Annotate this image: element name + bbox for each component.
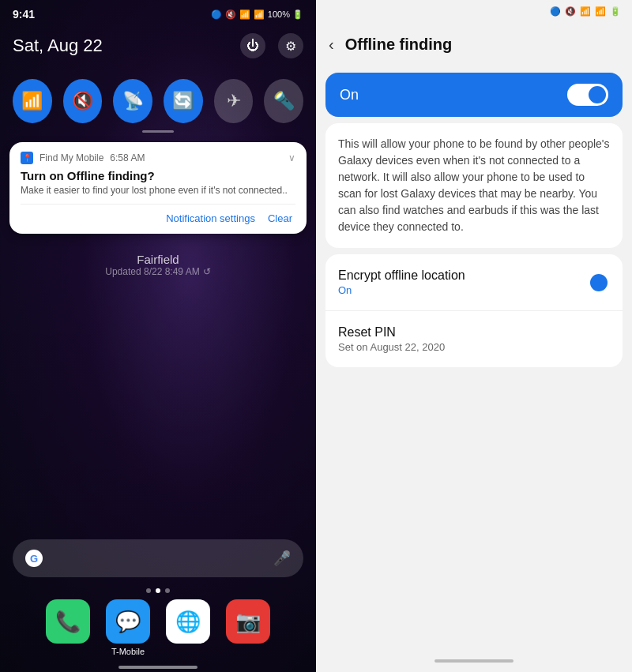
- date-icons[interactable]: ⏻ ⚙: [240, 33, 303, 58]
- signal-icon: 📶: [254, 9, 265, 20]
- toggle-knob: [589, 86, 606, 103]
- settings-button[interactable]: ⚙: [278, 33, 303, 58]
- notif-settings-button[interactable]: Notification settings: [163, 211, 258, 226]
- notif-clear-button[interactable]: Clear: [265, 211, 295, 226]
- reset-pin-row[interactable]: Reset PIN Set on August 22, 2020: [325, 310, 623, 367]
- flashlight-toggle[interactable]: 🔦: [264, 79, 303, 123]
- wifi-icon2: 📶: [580, 6, 591, 17]
- drag-handle: [142, 130, 174, 133]
- date-row: Sat, Aug 22 ⏻ ⚙: [0, 28, 316, 63]
- dock-camera[interactable]: 📷: [226, 599, 270, 656]
- google-icon: G: [25, 550, 43, 567]
- quick-toggles: 📶 🔇 📡 🔄 ✈ 🔦: [0, 79, 316, 123]
- encrypt-sub: On: [338, 284, 465, 296]
- encrypt-row-left: Encrypt offline location On: [338, 268, 465, 296]
- microphone-icon[interactable]: 🎤: [273, 550, 291, 567]
- weather-widget: Fairfield Updated 8/22 8:49 AM ↺: [0, 253, 316, 277]
- notif-body: Make it easier to find your lost phone e…: [21, 185, 295, 196]
- mute-toggle[interactable]: 🔇: [63, 79, 103, 123]
- dock-chrome[interactable]: 🌐: [166, 599, 210, 656]
- nav-dot-3: [165, 588, 170, 593]
- status-bar-left: 9:41 🔵 🔇 📶 📶 100% 🔋: [0, 0, 316, 28]
- encrypt-toggle[interactable]: [569, 272, 610, 294]
- nav-dots: [146, 588, 170, 593]
- search-bar[interactable]: G 🎤: [13, 539, 303, 577]
- power-button[interactable]: ⏻: [240, 33, 265, 58]
- chrome-icon: 🌐: [166, 599, 210, 644]
- nav-dot-2: [156, 588, 160, 593]
- notif-header-left: 📍 Find My Mobile 6:58 AM: [21, 152, 145, 164]
- description-text: This will allow your phone to be found b…: [338, 136, 610, 235]
- phone-icon: 📞: [46, 599, 90, 644]
- reset-pin-left: Reset PIN Set on August 22, 2020: [338, 325, 445, 353]
- encrypt-title: Encrypt offline location: [338, 268, 465, 283]
- messages-icon: 💬: [106, 599, 150, 644]
- status-bar-right: 🔵 🔇 📶 📶 🔋: [316, 0, 632, 22]
- notif-title: Turn on Offline finding?: [21, 169, 295, 182]
- wifi-toggle[interactable]: 📶: [13, 79, 52, 123]
- page-title: Offline finding: [345, 36, 453, 54]
- settings-card: Encrypt offline location On Reset PIN Se…: [325, 254, 623, 367]
- reset-pin-sub: Set on August 22, 2020: [338, 341, 445, 353]
- handle-bar: [434, 659, 514, 663]
- bottom-nav-bar: [118, 666, 198, 669]
- main-toggle-switch[interactable]: [567, 84, 608, 106]
- right-header: ‹ Offline finding: [316, 22, 632, 66]
- notif-time: 6:58 AM: [110, 152, 145, 163]
- nav-dot-1: [146, 588, 151, 593]
- main-toggle-card[interactable]: On: [325, 73, 623, 117]
- bottom-handle: [316, 659, 632, 672]
- dock-messages[interactable]: 💬 T-Mobile: [106, 599, 150, 656]
- reset-pin-title: Reset PIN: [338, 325, 445, 340]
- weather-updated: Updated 8/22 8:49 AM ↺: [0, 266, 316, 277]
- encrypt-toggle-knob: [590, 274, 608, 291]
- back-button[interactable]: ‹: [329, 36, 334, 54]
- signal-icon2: 📶: [595, 6, 606, 17]
- notif-header: 📍 Find My Mobile 6:58 AM ∨: [21, 152, 295, 164]
- main-toggle-label: On: [340, 87, 359, 103]
- battery-icon: 100% 🔋: [268, 9, 303, 20]
- status-icons-right: 🔵 🔇 📶 📶 🔋: [550, 6, 621, 17]
- dock-label: T-Mobile: [111, 647, 145, 656]
- status-time: 9:41: [13, 8, 35, 21]
- dock-phone[interactable]: 📞: [46, 599, 90, 656]
- status-icons-left: 🔵 🔇 📶 📶 100% 🔋: [211, 9, 303, 20]
- refresh-icon[interactable]: ↺: [203, 266, 211, 277]
- notif-app-name: Find My Mobile: [40, 152, 103, 163]
- mute-icon: 🔇: [565, 6, 576, 17]
- notification-card: 📍 Find My Mobile 6:58 AM ∨ Turn on Offli…: [9, 142, 307, 234]
- notif-actions: Notification settings Clear: [21, 204, 295, 226]
- date-text: Sat, Aug 22: [13, 36, 103, 56]
- bluetooth-toggle[interactable]: 📡: [113, 79, 152, 123]
- wifi-icon: 📶: [239, 9, 250, 20]
- bottom-dock: 📞 💬 T-Mobile 🌐 📷: [0, 599, 316, 656]
- bt-icon: 🔵: [550, 6, 561, 17]
- camera-icon: 📷: [226, 599, 270, 644]
- right-panel: 🔵 🔇 📶 📶 🔋 ‹ Offline finding On This will…: [316, 0, 632, 672]
- airplane-toggle[interactable]: ✈: [214, 79, 254, 123]
- left-panel: 9:41 🔵 🔇 📶 📶 100% 🔋 Sat, Aug 22 ⏻ ⚙ 📶 🔇 …: [0, 0, 316, 672]
- notif-chevron-icon[interactable]: ∨: [288, 152, 295, 163]
- mute-icon: 🔇: [225, 9, 236, 20]
- battery-icon2: 🔋: [610, 6, 621, 17]
- encrypt-row[interactable]: Encrypt offline location On: [325, 254, 623, 310]
- description-card: This will allow your phone to be found b…: [325, 123, 623, 248]
- notif-app-icon: 📍: [21, 152, 33, 164]
- bluetooth-icon: 🔵: [211, 9, 222, 20]
- weather-city: Fairfield: [0, 253, 316, 266]
- sync-toggle[interactable]: 🔄: [164, 79, 203, 123]
